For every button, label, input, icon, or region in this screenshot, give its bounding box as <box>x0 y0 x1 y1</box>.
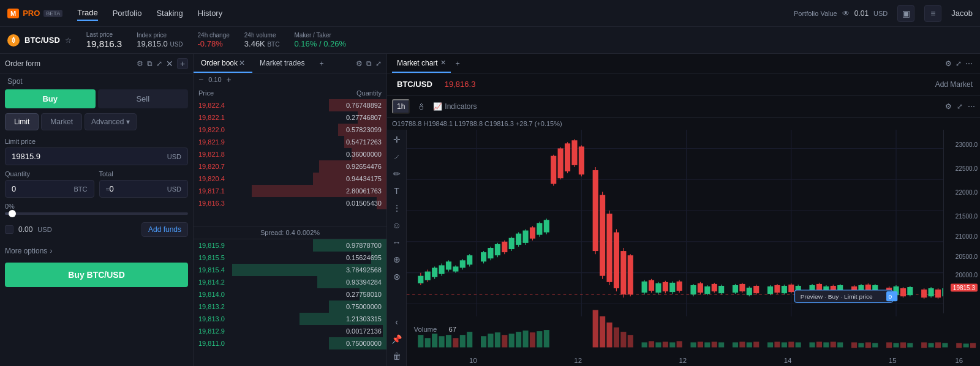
crosshair-icon[interactable]: ✛ <box>393 135 401 144</box>
chart-more-right[interactable]: ⋯ <box>968 102 975 111</box>
market-trades-label: Market trades <box>260 59 304 67</box>
chevron-right-icon: › <box>50 247 52 255</box>
ob-buy-price: 19,814.0 <box>198 291 290 298</box>
order-form-actions: ⚙ ⧉ ⤢ ✕ + <box>137 58 188 69</box>
ob-sell-price: 19,822.4 <box>198 102 290 109</box>
nav-portfolio[interactable]: Portfolio <box>113 6 142 20</box>
ob-settings-icon[interactable]: ⚙ <box>356 59 363 68</box>
indicators-btn[interactable]: 📈 Indicators <box>433 102 477 111</box>
total-input[interactable] <box>110 184 167 193</box>
orderbook-tab-label: Order book <box>201 59 238 67</box>
timeframe-1h[interactable]: 1h <box>392 99 410 114</box>
text-icon[interactable]: T <box>394 186 399 196</box>
nav-trade[interactable]: Trade <box>77 6 97 21</box>
ob-copy-icon[interactable]: ⧉ <box>366 59 372 68</box>
user-name[interactable]: Jacob <box>951 9 973 18</box>
emoji-icon[interactable]: ☺ <box>392 220 401 230</box>
chart-more-icon[interactable]: ⋯ <box>965 59 973 68</box>
monitor-icon[interactable]: ▣ <box>897 5 914 22</box>
svg-rect-159 <box>488 334 493 347</box>
copy-icon[interactable]: ⧉ <box>147 59 153 68</box>
ob-buy-row: 19,813.2 0.75000000 <box>194 301 386 313</box>
add-market-btn[interactable]: Add Market <box>928 80 980 89</box>
ob-plus-btn[interactable]: + <box>227 75 232 84</box>
ob-sell-qty: 0.94434175 <box>290 175 382 182</box>
trend-line-icon[interactable]: ⟋ <box>393 152 401 162</box>
market-tab[interactable]: Market <box>41 113 82 130</box>
chart-fullscreen[interactable]: ⤢ <box>957 102 963 111</box>
slider-track[interactable] <box>5 212 188 215</box>
limit-price-input[interactable] <box>12 152 167 161</box>
chart-expand-icon[interactable]: ⤢ <box>956 59 962 68</box>
ob-buy-qty: 0.93394284 <box>290 278 382 286</box>
fib-icon[interactable]: ⋮ <box>393 203 401 213</box>
measure-icon[interactable]: ↔ <box>393 237 401 247</box>
advanced-tab[interactable]: Advanced ▾ <box>85 113 137 130</box>
svg-text:12: 12 <box>574 357 582 364</box>
market-trades-tab[interactable]: Market trades <box>252 54 312 73</box>
limit-tab[interactable]: Limit <box>5 113 39 130</box>
svg-rect-196 <box>823 342 829 347</box>
pair-name[interactable]: BTC/USD <box>24 35 60 45</box>
order-form-title: Order form <box>5 59 40 68</box>
draw-icon[interactable]: ✏ <box>393 169 401 179</box>
buy-submit-btn[interactable]: Buy BTC/USD <box>5 263 188 287</box>
ob-buy-price: 19,811.0 <box>198 340 290 347</box>
chart-settings-icon[interactable]: ⚙ <box>945 59 952 68</box>
star-icon[interactable]: ☆ <box>65 36 72 45</box>
ob-sell-price: 19,821.8 <box>198 151 290 158</box>
svg-rect-173 <box>628 335 633 347</box>
zoom-icon[interactable]: ⊕ <box>393 255 401 264</box>
layout-icon[interactable]: ≡ <box>924 5 941 22</box>
expand-icon[interactable]: ⤢ <box>156 59 162 68</box>
svg-rect-155 <box>453 338 458 347</box>
slider-thumb[interactable] <box>9 210 16 217</box>
magnet-icon[interactable]: ⊗ <box>393 272 401 282</box>
chart-header: Market chart ✕ + ⚙ ⤢ ⋯ <box>387 54 980 73</box>
ob-buy-row: 19,815.9 0.97878700 <box>194 239 386 252</box>
top-nav: M PRO BETA Trade Portfolio Staking Histo… <box>0 0 980 27</box>
ob-expand-icon[interactable]: ⤢ <box>375 59 382 68</box>
buy-tab[interactable]: Buy <box>5 89 96 108</box>
svg-text:12: 12 <box>679 357 687 364</box>
svg-rect-193 <box>796 342 801 347</box>
orderbook-tab[interactable]: Order book ✕ <box>194 54 252 73</box>
ob-add-panel[interactable]: + <box>314 59 328 68</box>
fee-checkbox[interactable] <box>5 225 13 234</box>
svg-rect-17 <box>432 268 437 277</box>
svg-rect-204 <box>893 343 899 347</box>
add-funds-btn[interactable]: Add funds <box>141 222 188 237</box>
chart-tab[interactable]: Market chart ✕ <box>392 54 451 73</box>
trash-icon[interactable]: 🗑 <box>393 351 401 361</box>
close-order-form[interactable]: ✕ <box>166 59 173 69</box>
orderbook-tab-close[interactable]: ✕ <box>239 59 245 67</box>
chart-settings-right[interactable]: ⚙ <box>945 102 952 111</box>
svg-rect-158 <box>481 336 486 347</box>
nav-staking[interactable]: Staking <box>156 6 183 20</box>
sell-tab[interactable]: Sell <box>98 89 189 108</box>
ob-settings: ⚙ ⧉ ⤢ <box>356 59 386 68</box>
pin-icon[interactable]: 📌 <box>391 334 402 344</box>
qty-input[interactable] <box>12 184 74 193</box>
chart-add-panel[interactable]: + <box>453 59 462 68</box>
change-label: 24h change <box>198 32 230 39</box>
settings-icon[interactable]: ⚙ <box>137 59 143 68</box>
ohlc-values: O19788.8 H19848.1 L19788.8 C19816.3 +28.… <box>392 120 562 127</box>
ob-sell-price: 19,820.4 <box>198 175 290 182</box>
advanced-label: Advanced <box>91 118 124 126</box>
price-20500: 20500.0 <box>956 253 978 260</box>
index-price-label: Index price <box>137 32 183 39</box>
eye-icon[interactable]: 👁 <box>842 9 850 18</box>
candlestick-icon[interactable]: 🕯 <box>417 102 426 111</box>
ob-minus-btn[interactable]: − <box>198 75 203 84</box>
collapse-icon[interactable]: ‹ <box>395 317 398 327</box>
svg-rect-69 <box>628 255 633 294</box>
ob-sell-qty: 0.92654476 <box>290 163 382 170</box>
chart-ohlc: O19788.8 H19848.1 L19788.8 C19816.3 +28.… <box>387 118 980 130</box>
chart-tab-close[interactable]: ✕ <box>440 59 446 67</box>
nav-history[interactable]: History <box>198 6 222 20</box>
chart-svg: Volume 67 10 12 12 14 15 16 Preview · Bu… <box>407 130 980 366</box>
orderbook-panel: Order book ✕ Market trades + ⚙ ⧉ ⤢ − 0.1… <box>194 54 387 366</box>
add-panel-btn[interactable]: + <box>177 58 188 69</box>
more-options[interactable]: More options › <box>0 247 193 255</box>
